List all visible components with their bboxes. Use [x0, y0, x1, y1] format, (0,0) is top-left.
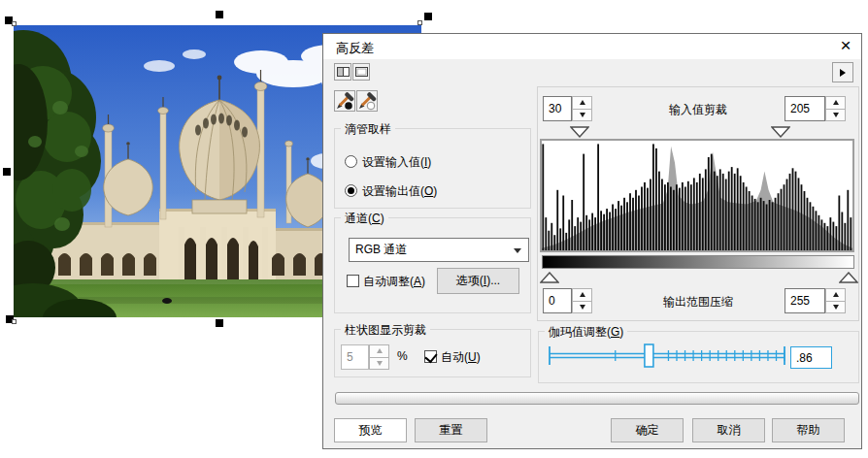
high-pass-dialog: 高反差 × [322, 33, 862, 449]
dialog-title-bar[interactable]: 高反差 × [323, 34, 861, 59]
corner-node-top-right[interactable] [417, 20, 422, 25]
input-high-spinner[interactable] [825, 96, 846, 121]
spin-down-button[interactable] [825, 301, 846, 314]
gamma-group-label: 伽玛值调整(G) [545, 324, 627, 341]
corner-node-top-left[interactable] [12, 21, 17, 26]
auto-adjust-checkbox[interactable] [347, 275, 359, 287]
set-output-radio-label[interactable]: 设置输出值(O) [362, 183, 437, 200]
sampling-group: 滴管取样 设置输入值(I) 设置输出值(O) [334, 128, 531, 209]
down-triangle-icon [570, 126, 589, 138]
output-low-marker[interactable] [540, 272, 559, 283]
output-high-spinner[interactable] [825, 288, 846, 313]
percent-sign: % [397, 349, 408, 363]
set-input-radio-label[interactable]: 设置输入值(I) [362, 154, 431, 171]
tone-gradient-bar [542, 255, 854, 269]
histogram-display [540, 139, 854, 252]
clip-percent-spinner[interactable] [369, 344, 389, 370]
input-high-value[interactable]: 205 [785, 96, 825, 121]
selection-handle-top-center[interactable] [216, 11, 223, 18]
app-canvas: 高反差 × [0, 0, 868, 458]
auto-clip-label[interactable]: 自动(U) [441, 349, 481, 366]
set-output-radio[interactable] [345, 184, 357, 197]
gamma-slider-thumb[interactable] [645, 344, 653, 367]
preview-button[interactable]: 预览 [334, 418, 407, 442]
input-high-marker[interactable] [771, 126, 790, 138]
spin-down-button[interactable] [369, 357, 389, 371]
selection-handle-top-right[interactable] [424, 13, 432, 20]
down-triangle-icon [771, 126, 790, 138]
cancel-button[interactable]: 取消 [692, 418, 765, 442]
chevron-down-icon [514, 248, 521, 253]
up-triangle-icon [540, 272, 559, 283]
input-low-marker[interactable] [570, 126, 589, 138]
gamma-group: 伽玛值调整(G) .86 [538, 331, 859, 383]
auto-clip-checkbox[interactable] [424, 350, 437, 363]
white-point-eyedropper-button[interactable] [356, 90, 378, 112]
up-triangle-icon [839, 272, 858, 283]
reset-button[interactable]: 重置 [415, 418, 487, 442]
channel-dropdown-value: RGB 通道 [355, 242, 407, 258]
auto-adjust-label[interactable]: 自动调整(A) [363, 274, 425, 290]
channel-group: 通道(C) RGB 通道 自动调整(A) 选项(I)... [334, 217, 531, 313]
progress-bar [335, 392, 859, 405]
options-button[interactable]: 选项(I)... [437, 268, 519, 294]
corner-node-bottom-left[interactable] [12, 319, 17, 324]
spin-up-button[interactable] [825, 96, 846, 110]
eyedropper-black-icon [335, 91, 354, 111]
set-input-radio[interactable] [345, 155, 357, 168]
gamma-slider-svg[interactable] [545, 342, 789, 371]
dialog-title: 高反差 [336, 40, 374, 57]
sampling-group-label: 滴管取样 [341, 121, 395, 138]
selection-handle-middle-left[interactable] [3, 168, 11, 176]
right-arrow-icon [840, 69, 846, 77]
dual-preview-button[interactable] [334, 63, 351, 81]
histogram-panel: 30 输入值剪裁 205 [537, 86, 859, 321]
single-preview-button[interactable] [352, 63, 370, 81]
black-point-eyedropper-button[interactable] [334, 90, 355, 112]
clip-percent-input[interactable]: 5 [341, 344, 369, 370]
clipping-group-label: 柱状图显示剪裁 [341, 322, 430, 339]
clipping-group: 柱状图显示剪裁 5 % 自动(U) [334, 329, 531, 377]
histogram-svg [542, 141, 852, 250]
gamma-value-input[interactable]: .86 [790, 346, 832, 369]
channel-dropdown[interactable]: RGB 通道 [349, 238, 529, 262]
ok-button[interactable]: 确定 [611, 418, 684, 442]
output-high-marker[interactable] [839, 272, 858, 283]
help-button[interactable]: 帮助 [772, 418, 845, 442]
channel-group-label: 通道(C) [341, 211, 388, 227]
dual-pane-icon [337, 67, 350, 77]
spin-up-button[interactable] [825, 288, 846, 302]
spin-down-button[interactable] [825, 109, 846, 122]
spin-up-button[interactable] [369, 344, 389, 358]
output-high-value[interactable]: 255 [785, 288, 825, 313]
selection-handle-bottom-center[interactable] [216, 319, 223, 327]
flyout-menu-button[interactable] [832, 62, 853, 82]
close-icon[interactable]: × [836, 35, 855, 56]
single-pane-icon [355, 67, 368, 77]
eyedropper-white-icon [357, 91, 377, 111]
